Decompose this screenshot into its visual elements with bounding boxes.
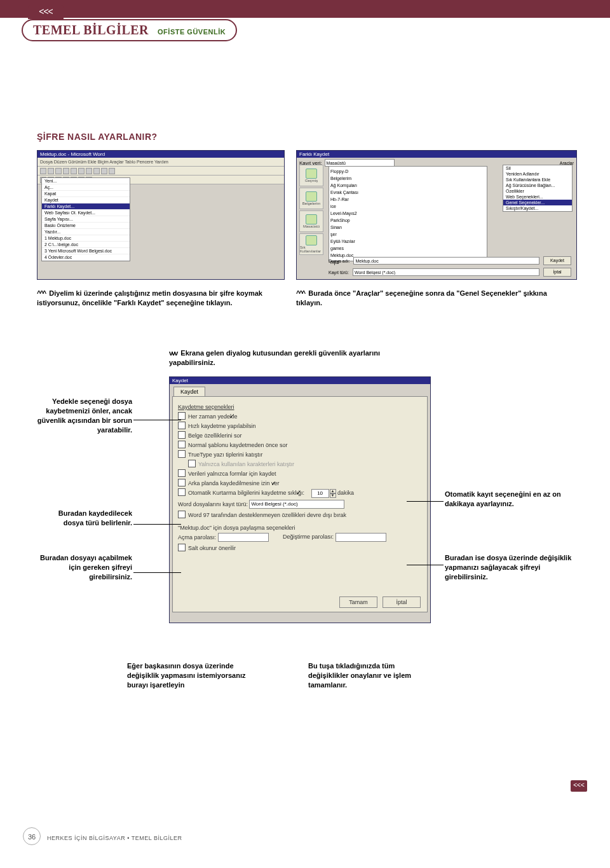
autorecover-spinner[interactable]: ▲▼ <box>311 489 336 498</box>
window-title: Mektup.doc - Microsoft Word <box>37 151 284 158</box>
tool-item-general-options[interactable]: Genel Seçenekler... <box>503 200 572 205</box>
spin-up-icon[interactable]: ▲ <box>330 489 336 493</box>
footer-text: HERKES İÇİN BİLGİSAYAR • TEMEL BİLGİLER <box>47 835 182 841</box>
menu-item[interactable]: 1 Mektup.doc <box>42 235 130 242</box>
checkbox-truetype[interactable]: TrueType yazı tiplerini katıştır <box>178 450 422 458</box>
filetype-label: Kayıt türü: <box>329 270 349 275</box>
menu-item[interactable]: Kapat <box>42 191 130 197</box>
connector-line <box>133 420 181 420</box>
anno-right-mod-pw: Buradan ise dosya üzerinde değişiklik ya… <box>445 553 572 582</box>
cancel-button[interactable]: İptal <box>543 268 571 277</box>
dialog-title: Farklı Kaydet <box>297 151 576 158</box>
checkbox-always-backup[interactable]: Her zaman yedekle <box>178 412 422 420</box>
arrow-down-icon: vvv <box>169 349 177 357</box>
file-item[interactable]: Sinan <box>330 224 485 231</box>
arrow-up-icon: ^^^ <box>37 289 45 297</box>
tool-item[interactable]: Web Seçenekleri... <box>503 194 572 200</box>
file-item[interactable]: ice <box>330 203 485 210</box>
open-password-field[interactable] <box>218 533 269 542</box>
nav-badge: <<< <box>28 5 64 19</box>
screenshot-word-menu: Mektup.doc - Microsoft Word Dosya Düzen … <box>37 150 285 280</box>
header-subtitle: OFİSTE GÜVENLİK <box>158 28 226 36</box>
checkbox-forms-only[interactable]: Verileri yalnızca formlar için kaydet <box>178 469 422 477</box>
places-item[interactable]: Geçmiş <box>299 165 323 186</box>
connector-line <box>407 565 444 565</box>
password-row: Açma parolası: Değiştirme parolası: <box>178 533 422 542</box>
places-item[interactable]: Masaüstü <box>299 210 323 232</box>
checkbox-allow-bg[interactable]: Arka planda kaydedilmesine izin ver <box>178 479 422 486</box>
tool-item[interactable]: Sık Kullanılanlara Ekle <box>503 177 572 183</box>
places-item[interactable]: Belgelerim <box>299 188 323 209</box>
menu-item[interactable]: 3 Yeni Microsoft Word Belgesi.doc <box>42 248 130 254</box>
file-item[interactable]: Ağ Komşuları <box>330 182 485 189</box>
menu-item[interactable]: 2 C:\...\belge.doc <box>42 242 130 248</box>
ok-button[interactable]: Tamam <box>339 596 377 608</box>
screenshot-save-options-dialog: Kaydet Kaydet Kaydetme seçenekleri Her z… <box>169 376 431 623</box>
section-title: ŞİFRE NASIL AYARLANIR? <box>37 132 158 142</box>
file-item[interactable]: Hb-7-Rar <box>330 196 485 203</box>
save-button[interactable]: Kaydet <box>543 256 571 265</box>
file-item[interactable]: Eylül-Yazılar <box>330 238 485 245</box>
anno-bottom-readonly: Eğer başkasının dosya üzerinde değişikli… <box>127 661 248 690</box>
menu-item[interactable]: Yazdır... <box>42 229 130 235</box>
file-item[interactable]: Evrak Çantası <box>330 189 485 196</box>
header-pill: TEMEL BİLGİLER OFİSTE GÜVENLİK <box>22 19 237 41</box>
footer-nav-badge: <<< <box>571 780 587 792</box>
modify-password-field[interactable] <box>336 533 386 542</box>
connector-line <box>407 501 444 502</box>
places-item[interactable]: Sık Kullanılanlar <box>299 233 323 255</box>
file-list[interactable]: Floppy-D Belgelerim Ağ Komşuları Evrak Ç… <box>329 166 487 261</box>
menu-item[interactable]: Baskı Önizleme <box>42 223 130 229</box>
anno-left-open-pw: Buradan dosyayı açabilmek için gereken ş… <box>37 553 132 582</box>
menu-item[interactable]: Sayfa Yapısı... <box>42 216 130 223</box>
tool-item[interactable]: Sıkıştır/Kaydet... <box>503 205 572 211</box>
menu-item[interactable]: 4 Ödevler.doc <box>42 254 130 261</box>
checkbox-autorecover[interactable]: Otomatik Kurtarma bilgilerini kaydetme s… <box>178 490 309 496</box>
places-bar: Geçmiş Belgelerim Masaüstü Sık Kullanıla… <box>299 165 326 256</box>
cancel-button[interactable]: İptal <box>383 596 421 608</box>
autorecover-unit: dakika <box>337 490 354 496</box>
menu-item[interactable]: Yeni... <box>42 178 130 184</box>
menu-item[interactable]: Web Sayfası Ol. Kaydet... <box>42 210 130 216</box>
anno-left-filetype: Buradan kaydedilecek dosya türü belirlen… <box>37 509 132 528</box>
checkbox-fast-save[interactable]: Hızlı kaydetme yapılabilsin <box>178 422 422 429</box>
file-item[interactable]: Belgelerim <box>330 175 485 182</box>
page-number: 36 <box>23 827 41 845</box>
anno-left-backup: Yedekle seçeneği dosya kaybetmenizi önle… <box>37 397 132 434</box>
menu-item[interactable]: Kaydet <box>42 197 130 203</box>
menu-item-save-as[interactable]: Farklı Kaydet... <box>42 203 130 210</box>
tool-item[interactable]: Ağ Sürücüsüne Bağlan... <box>503 183 572 188</box>
file-menu: Yeni... Aç... Kapat Kaydet Farklı Kaydet… <box>41 177 130 261</box>
checkbox-ask-props[interactable]: Belge özelliklerini sor <box>178 431 422 439</box>
spin-down-icon[interactable]: ▼ <box>330 493 336 498</box>
tools-menu: Sil Yeniden Adlandır Sık Kullanılanlara … <box>503 165 573 212</box>
filename-label: Dosya adı: <box>329 259 349 263</box>
group-label: Kaydetme seçenekleri <box>178 404 422 410</box>
file-item[interactable]: Level-Mayıs2 <box>330 210 485 217</box>
arrow-up-icon: ^^^ <box>296 289 304 297</box>
filetype-field[interactable] <box>353 268 539 276</box>
menu-item[interactable]: Aç... <box>42 184 130 191</box>
mod-pw-label: Değiştirme parolası: <box>283 534 334 540</box>
caption-2: ^^^Burada önce "Araçlar" seçeneğine sonr… <box>296 289 563 308</box>
checkbox-readonly[interactable]: Salt okunur önerilir <box>178 544 422 551</box>
file-item[interactable]: ParkShop <box>330 217 485 224</box>
checkbox-normal-prompt[interactable]: Normal şablonu kaydetmeden önce sor <box>178 441 422 448</box>
toolbar-icons <box>37 167 284 176</box>
autorecover-value[interactable] <box>311 489 329 498</box>
file-item[interactable]: Floppy-D <box>330 168 485 175</box>
file-item[interactable]: şer <box>330 231 485 238</box>
share-label: "Mektup.doc" için dosya paylaşma seçenek… <box>178 525 422 531</box>
tool-item[interactable]: Sil <box>503 165 572 171</box>
filetype-select[interactable] <box>249 500 344 509</box>
file-item[interactable]: games <box>330 245 485 252</box>
filename-field[interactable] <box>353 257 539 265</box>
tab-save[interactable]: Kaydet <box>173 387 205 396</box>
tool-item[interactable]: Özellikler <box>503 188 572 194</box>
tool-item[interactable]: Yeniden Adlandır <box>503 171 572 177</box>
caption-3: vvvEkrana gelen diyalog kutusundan gerek… <box>169 348 423 368</box>
open-pw-label: Açma parolası: <box>178 534 216 540</box>
header-title: TEMEL BİLGİLER <box>33 23 149 38</box>
filetype-row: Word dosyalarını kayıt türü: <box>178 500 422 509</box>
checkbox-compat[interactable]: Word 97 tarafından desteklenmeyen özelli… <box>178 511 422 518</box>
